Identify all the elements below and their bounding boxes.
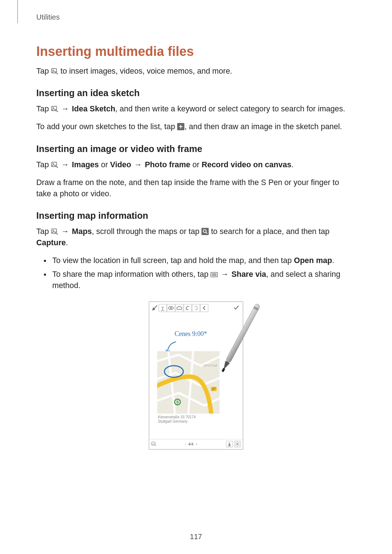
svg-point-12 bbox=[57, 234, 57, 234]
arrow-text: → bbox=[58, 160, 72, 169]
plus-icon bbox=[177, 123, 184, 130]
settings-icon bbox=[234, 441, 241, 447]
svg-line-40 bbox=[239, 446, 240, 446]
pen-tool-icon bbox=[151, 304, 158, 312]
text: or bbox=[99, 160, 110, 169]
text: . bbox=[291, 160, 294, 169]
arrow-text: → bbox=[58, 104, 72, 113]
svg-text:STUTTGA: STUTTGA bbox=[204, 364, 217, 367]
frame-p1: Tap → Images or Video → Photo frame or R… bbox=[36, 159, 356, 171]
svg-text:S: S bbox=[176, 400, 179, 404]
arrow-text: → bbox=[131, 160, 144, 169]
menu-icon bbox=[211, 271, 218, 278]
svg-point-4 bbox=[52, 107, 53, 108]
pager-plus: + bbox=[196, 442, 198, 446]
idea-sketch-p2: To add your own sketches to the list, ta… bbox=[36, 121, 356, 132]
pager-prev: ‹ bbox=[185, 442, 186, 446]
subsection-map-info: Inserting map information bbox=[36, 210, 356, 221]
map-bullets: To view the location in full screen, tap… bbox=[36, 255, 356, 291]
bold-record-video: Record video on canvas bbox=[201, 160, 291, 169]
bold-images: Images bbox=[72, 160, 99, 169]
text: or bbox=[190, 160, 201, 169]
collapse-icon bbox=[200, 304, 208, 312]
redo-icon bbox=[192, 304, 200, 312]
svg-point-9 bbox=[57, 167, 57, 167]
svg-line-41 bbox=[236, 446, 236, 446]
text: To add your own sketches to the list, ta… bbox=[36, 122, 177, 131]
map-address-line1: Kienenstraße 33 70174 bbox=[158, 415, 196, 419]
svg-point-33 bbox=[155, 446, 156, 446]
eye-tool-icon bbox=[167, 304, 175, 312]
search-icon bbox=[201, 228, 209, 235]
insert-multimedia-icon bbox=[51, 68, 58, 75]
text: to insert images, videos, voice memos, a… bbox=[58, 67, 232, 75]
note-toolbar: T bbox=[151, 304, 208, 312]
page-number: 117 bbox=[0, 533, 392, 541]
text: , and then draw an image in the sketch p… bbox=[184, 122, 342, 131]
text-tool-icon: T bbox=[159, 304, 167, 312]
insert-icon-small bbox=[151, 442, 156, 447]
list-item: To share the map information with others… bbox=[46, 269, 356, 291]
svg-point-1 bbox=[52, 70, 53, 71]
pager-text: 4/4 bbox=[188, 442, 193, 446]
svg-text:T: T bbox=[161, 305, 164, 311]
svg-point-11 bbox=[52, 230, 53, 231]
figure-wrapper: T Cenes 9:00* bbox=[36, 301, 356, 450]
vertical-rule bbox=[17, 0, 18, 23]
undo-icon bbox=[184, 304, 192, 312]
insert-multimedia-icon bbox=[51, 106, 58, 112]
svg-point-34 bbox=[237, 443, 238, 445]
svg-point-8 bbox=[52, 163, 53, 164]
svg-rect-44 bbox=[253, 306, 259, 311]
frame-p2: Draw a frame on the note, and then tap i… bbox=[36, 177, 356, 200]
text: . bbox=[332, 256, 334, 265]
text: Tap bbox=[36, 160, 51, 169]
page-title: Inserting multimedia files bbox=[36, 44, 356, 59]
text: Tap bbox=[36, 67, 51, 75]
text: To share the map information with others… bbox=[52, 270, 211, 279]
device-screenshot: T Cenes 9:00* bbox=[149, 301, 243, 450]
bold-video: Video bbox=[110, 160, 131, 169]
map-thumbnail: S STUTTGA 27 bbox=[157, 351, 220, 414]
intro-paragraph: Tap to insert images, videos, voice memo… bbox=[36, 66, 356, 77]
subsection-image-video-frame: Inserting an image or video with frame bbox=[36, 144, 356, 154]
svg-rect-43 bbox=[225, 303, 261, 363]
map-address-line2: Stuttgart Germany bbox=[158, 419, 188, 423]
download-icon bbox=[226, 441, 233, 447]
manual-page: Utilities Inserting multimedia files Tap… bbox=[0, 0, 392, 554]
arrow-text: → bbox=[58, 227, 72, 236]
svg-point-5 bbox=[57, 111, 57, 112]
insert-multimedia-icon bbox=[51, 229, 58, 235]
text: , scroll through the maps or tap bbox=[92, 227, 201, 236]
text: , and then write a keyword or select cat… bbox=[115, 104, 345, 113]
handwritten-note: Cenes 9:00* bbox=[175, 330, 207, 338]
svg-point-2 bbox=[57, 73, 57, 74]
svg-rect-13 bbox=[201, 228, 209, 235]
bold-open-map: Open map bbox=[294, 256, 332, 265]
subsection-idea-sketch: Inserting an idea sketch bbox=[36, 88, 356, 98]
svg-text:27: 27 bbox=[212, 387, 216, 391]
text: to search for a place, and then tap bbox=[209, 227, 329, 236]
svg-point-24 bbox=[170, 307, 172, 309]
svg-line-42 bbox=[239, 442, 240, 443]
text: Tap bbox=[36, 104, 51, 113]
text: Tap bbox=[36, 227, 51, 236]
svg-line-39 bbox=[236, 442, 236, 443]
cloud-tool-icon bbox=[175, 304, 183, 312]
text: To view the location in full screen, tap… bbox=[52, 256, 294, 265]
bold-idea-sketch: Idea Sketch bbox=[72, 104, 115, 113]
bold-photo-frame: Photo frame bbox=[145, 160, 190, 169]
insert-multimedia-icon bbox=[51, 162, 58, 168]
arrow-text: → bbox=[218, 270, 231, 279]
confirm-check-icon bbox=[233, 304, 240, 311]
text: . bbox=[66, 238, 68, 247]
running-header: Utilities bbox=[36, 13, 356, 21]
note-bottom-bar: ‹ 4/4 + bbox=[149, 439, 243, 449]
bold-maps: Maps bbox=[72, 227, 92, 236]
svg-rect-45 bbox=[221, 368, 225, 372]
idea-sketch-p1: Tap → Idea Sketch, and then write a keyw… bbox=[36, 103, 356, 115]
map-p1: Tap → Maps, scroll through the maps or t… bbox=[36, 226, 356, 249]
bold-capture: Capture bbox=[36, 238, 66, 247]
svg-line-20 bbox=[154, 305, 157, 308]
pager: ‹ 4/4 + bbox=[185, 442, 197, 446]
